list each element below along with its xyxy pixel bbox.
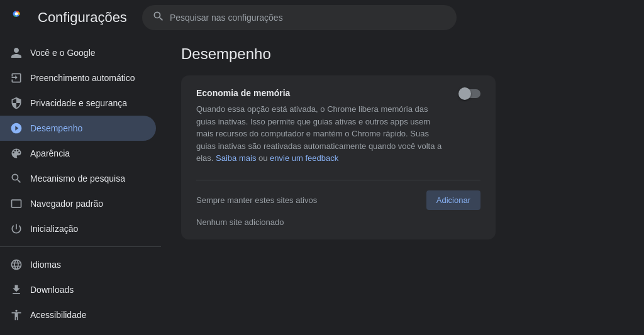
shield-icon (10, 97, 23, 109)
sidebar-label-desempenho: Desempenho (30, 123, 82, 133)
sidebar-item-navegador[interactable]: Navegador padrão (0, 191, 156, 216)
app-body: Você e o Google Preenchimento automático… (0, 35, 644, 335)
person-icon (10, 47, 23, 59)
download-icon (10, 283, 23, 296)
sidebar-label-downloads: Downloads (30, 285, 74, 295)
sidebar-label-privacidade: Privacidade e segurança (30, 98, 127, 108)
card-divider (196, 180, 480, 180)
sidebar-item-acessibilidade[interactable]: Acessibilidade (0, 302, 156, 327)
fill-icon (10, 72, 23, 84)
search-bar[interactable] (142, 5, 457, 30)
add-site-button[interactable]: Adicionar (426, 190, 480, 210)
svg-point-1 (15, 13, 18, 16)
page-heading: Configurações (38, 9, 127, 26)
sidebar-label-voce-google: Você e o Google (30, 48, 96, 58)
sidebar-label-navegador: Navegador padrão (30, 199, 103, 209)
memory-saver-row: Economia de memória Quando essa opção es… (196, 88, 480, 170)
no-site-label: Nenhum site adicionado (196, 217, 480, 227)
sidebar-label-preenchimento: Preenchimento automático (30, 73, 135, 83)
memory-saver-toggle[interactable] (459, 89, 480, 98)
app-header: Configurações (0, 0, 644, 35)
appearance-icon (10, 147, 23, 160)
sidebar-label-idiomas: Idiomas (30, 260, 61, 270)
sidebar-label-aparencia: Aparência (30, 148, 70, 158)
browser-icon (10, 197, 23, 210)
chrome-logo (10, 8, 30, 28)
sidebar: Você e o Google Preenchimento automático… (0, 35, 161, 335)
language-icon (10, 258, 23, 271)
always-active-row: Sempre manter estes sites ativos Adicion… (196, 190, 480, 210)
divider-1 (0, 246, 161, 247)
memory-saver-text: Economia de memória Quando essa opção es… (196, 88, 449, 170)
sidebar-item-desempenho[interactable]: Desempenho (0, 116, 156, 141)
performance-icon (10, 122, 23, 135)
sidebar-label-mecanismo: Mecanismo de pesquisa (30, 173, 125, 184)
search-nav-icon (10, 172, 23, 185)
main-content: Desempenho Economia de memória Quando es… (161, 35, 644, 335)
always-active-label: Sempre manter estes sites ativos (196, 195, 317, 205)
sidebar-item-privacidade[interactable]: Privacidade e segurança (0, 91, 156, 116)
page-title: Desempenho (181, 45, 624, 63)
sidebar-item-inicializacao[interactable]: Inicialização (0, 216, 156, 241)
link-separator: ou (256, 153, 270, 163)
memory-saver-title: Economia de memória (196, 88, 449, 98)
search-input[interactable] (170, 13, 447, 23)
saiba-mais-link[interactable]: Saiba mais (216, 153, 256, 163)
sidebar-item-idiomas[interactable]: Idiomas (0, 252, 156, 277)
sidebar-item-voce-google[interactable]: Você e o Google (0, 40, 156, 65)
sidebar-label-acessibilidade: Acessibilidade (30, 310, 87, 320)
sidebar-item-aparencia[interactable]: Aparência (0, 141, 156, 166)
sidebar-label-inicializacao: Inicialização (30, 224, 78, 234)
memory-saver-description: Quando essa opção está ativada, o Chrome… (196, 103, 449, 165)
sidebar-item-downloads[interactable]: Downloads (0, 277, 156, 302)
sidebar-item-mecanismo[interactable]: Mecanismo de pesquisa (0, 166, 156, 191)
search-icon (152, 10, 165, 25)
sidebar-item-preenchimento[interactable]: Preenchimento automático (0, 65, 156, 91)
performance-card: Economia de memória Quando essa opção es… (181, 75, 496, 239)
startup-icon (10, 222, 23, 235)
sidebar-item-sistema[interactable]: Sistema (0, 327, 156, 335)
feedback-link[interactable]: envie um feedback (270, 153, 338, 163)
accessibility-icon (10, 309, 23, 321)
